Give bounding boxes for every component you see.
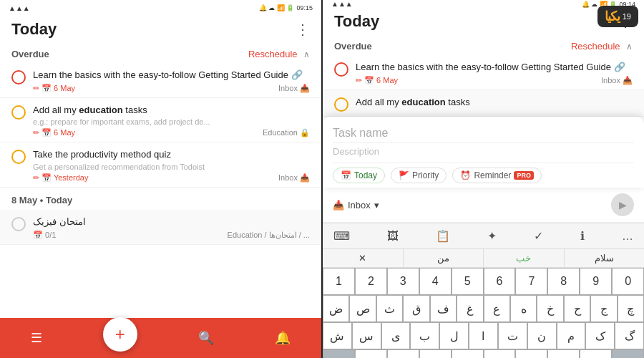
- kb-tool-info[interactable]: ℹ: [577, 228, 588, 244]
- autocomplete-item[interactable]: من: [404, 249, 484, 267]
- menu-icon[interactable]: ☰: [31, 330, 42, 346]
- kb-key-9[interactable]: 9: [580, 268, 612, 295]
- kb-key-ع[interactable]: ع: [484, 295, 510, 322]
- keyboard-row-3: ⇧ ظ ط ز ر ذ د پ و ⌫: [323, 349, 644, 358]
- kb-key-ق[interactable]: ق: [403, 295, 429, 322]
- search-icon[interactable]: 🔍: [198, 330, 214, 346]
- kb-key-1[interactable]: 1: [323, 268, 355, 295]
- kb-tool-check[interactable]: ✓: [530, 228, 547, 244]
- autocomplete-item[interactable]: ✕: [323, 249, 404, 267]
- kb-key-غ[interactable]: غ: [457, 295, 483, 322]
- kb-key-ط[interactable]: ط: [387, 349, 419, 358]
- kb-tool-clipboard[interactable]: 📋: [432, 228, 454, 244]
- task-circle[interactable]: [11, 150, 26, 164]
- right-overdue-chevron[interactable]: ∧: [626, 42, 633, 52]
- priority-chip[interactable]: 🚩 Priority: [391, 168, 447, 183]
- kb-key-م[interactable]: م: [557, 322, 586, 349]
- kb-key-ک[interactable]: ک: [585, 322, 615, 349]
- kb-key-ض[interactable]: ض: [323, 295, 349, 322]
- kb-key-ص[interactable]: ص: [349, 295, 376, 322]
- kb-key-2[interactable]: 2: [355, 268, 387, 295]
- kb-key-ث[interactable]: ث: [376, 295, 403, 322]
- kb-key-8[interactable]: 8: [547, 268, 580, 295]
- task-desc-input[interactable]: Description: [333, 146, 634, 163]
- autocomplete-item[interactable]: سلام: [565, 249, 645, 267]
- kb-key-ف[interactable]: ف: [430, 295, 457, 322]
- kb-key-0[interactable]: 0: [612, 268, 644, 295]
- task-circle[interactable]: [11, 217, 26, 231]
- kb-key-ر[interactable]: ر: [452, 349, 484, 358]
- flag-icon: 🚩: [399, 170, 409, 180]
- inbox-select[interactable]: 📥 Inbox ▾: [333, 200, 379, 211]
- kb-key-پ[interactable]: پ: [547, 349, 580, 358]
- send-button[interactable]: ▶: [611, 193, 634, 216]
- logo-sub: 19: [623, 12, 631, 21]
- kb-key-ن[interactable]: ن: [527, 322, 557, 349]
- kb-key-ب[interactable]: ب: [410, 322, 439, 349]
- kb-key-shift[interactable]: ⇧: [323, 349, 355, 358]
- kb-key-ل[interactable]: ل: [439, 322, 469, 349]
- kb-key-و[interactable]: و: [580, 349, 612, 358]
- autocomplete-item-highlighted[interactable]: خب: [484, 249, 565, 267]
- task-name-input[interactable]: Task name: [333, 127, 634, 143]
- task-meta-left: 📅 0/1: [33, 231, 56, 240]
- task-meta: ✏ 📅 6 May Education 🔒: [33, 128, 310, 137]
- kb-tool-more[interactable]: …: [618, 228, 637, 244]
- kb-key-3[interactable]: 3: [387, 268, 419, 295]
- kb-tool-keyboard[interactable]: ⌨: [330, 228, 353, 244]
- add-task-button[interactable]: +: [103, 317, 137, 352]
- kb-key-7[interactable]: 7: [515, 268, 547, 295]
- kb-tool-star[interactable]: ✦: [484, 228, 500, 244]
- kb-key-ت[interactable]: ت: [498, 322, 527, 349]
- kb-key-د[interactable]: د: [515, 349, 547, 358]
- kb-key-ذ[interactable]: ذ: [484, 349, 516, 358]
- kb-key-ا[interactable]: ا: [469, 322, 498, 349]
- left-menu-button[interactable]: ⋮: [296, 21, 310, 38]
- task-content: Add all my education tasks e.g.: prepare…: [33, 104, 310, 137]
- kb-tool-image[interactable]: 🖼: [384, 228, 402, 244]
- task-circle[interactable]: [334, 62, 348, 77]
- bell-icon[interactable]: 🔔: [275, 330, 291, 346]
- kb-key-5[interactable]: 5: [452, 268, 484, 295]
- alarm-icon: ⏰: [460, 170, 471, 180]
- task-circle[interactable]: [334, 97, 348, 112]
- kb-key-ح[interactable]: ح: [564, 295, 590, 322]
- send-icon: ▶: [619, 199, 627, 211]
- task-title: Take the productivity method quiz: [33, 148, 310, 161]
- kb-key-ج[interactable]: ج: [590, 295, 617, 322]
- overdue-chevron[interactable]: ∧: [303, 49, 310, 59]
- kb-key-6[interactable]: 6: [484, 268, 516, 295]
- reschedule-button[interactable]: Reschedule: [248, 49, 298, 59]
- task-project: Inbox 📥: [278, 173, 310, 183]
- kb-key-ز[interactable]: ز: [419, 349, 452, 358]
- right-overdue-label: Overdue: [334, 41, 372, 52]
- left-signal: ▲▲▲: [9, 4, 30, 12]
- task-project: Inbox 📥: [278, 84, 310, 93]
- logo-box: یکیا 19: [597, 6, 638, 27]
- task-meta: ✏ 📅 6 May Inbox 📥: [356, 76, 633, 85]
- task-date: ✏ 📅 6 May: [33, 84, 75, 93]
- task-item: Add all my education tasks e.g.: prepare…: [0, 98, 321, 142]
- task-title: Learn the basics with the easy-to-follow…: [356, 61, 633, 74]
- left-time: 09:15: [296, 4, 313, 11]
- kb-key-ه[interactable]: ه: [510, 295, 537, 322]
- task-title: امتحان فیزیک: [33, 216, 310, 228]
- today-chip[interactable]: 📅 Today: [333, 168, 385, 183]
- kb-key-4[interactable]: 4: [419, 268, 452, 295]
- kb-key-گ[interactable]: گ: [615, 322, 644, 349]
- task-meta-left: ✏ 📅 6 May: [33, 128, 75, 137]
- kb-key-س[interactable]: س: [352, 322, 381, 349]
- kb-key-ظ[interactable]: ظ: [355, 349, 387, 358]
- right-reschedule-button[interactable]: Reschedule: [571, 41, 620, 52]
- kb-key-چ[interactable]: چ: [618, 295, 644, 322]
- kb-key-ی[interactable]: ی: [381, 322, 411, 349]
- kb-key-ش[interactable]: ش: [323, 322, 352, 349]
- task-content: Learn the basics with the easy-to-follow…: [33, 69, 310, 93]
- reminder-chip[interactable]: ⏰ Reminder PRO: [452, 168, 542, 183]
- task-circle[interactable]: [11, 105, 26, 120]
- task-circle[interactable]: [11, 70, 26, 84]
- kb-key-خ[interactable]: خ: [537, 295, 563, 322]
- task-item: Take the productivity method quiz Get a …: [0, 142, 321, 187]
- kb-key-backspace[interactable]: ⌫: [612, 349, 644, 358]
- task-content: Learn the basics with the easy-to-follow…: [356, 61, 633, 85]
